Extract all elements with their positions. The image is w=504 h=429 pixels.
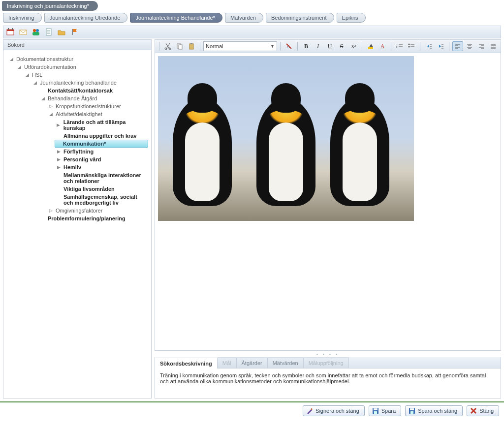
cut-icon[interactable]: [162, 41, 173, 51]
calendar-icon[interactable]: [6, 28, 14, 36]
tree-node-larande[interactable]: ▶Lärande och att tillämpa kunskap: [6, 118, 148, 132]
expand-icon[interactable]: ▶: [56, 149, 62, 154]
save-icon: [409, 407, 415, 414]
align-center-icon[interactable]: [464, 41, 475, 51]
save-icon: [372, 407, 379, 414]
tree-node-kontakt[interactable]: Kontaktsätt/kontaktorsak: [6, 87, 148, 94]
italic-button[interactable]: I: [313, 41, 323, 51]
collapse-icon[interactable]: ◢: [8, 56, 14, 62]
pen-icon: [306, 407, 313, 414]
svg-rect-56: [374, 408, 378, 410]
outdent-icon[interactable]: [423, 41, 434, 51]
save-and-close-button[interactable]: Spara och stäng: [405, 405, 463, 416]
crumb-inskrivning[interactable]: Inskrivning: [3, 13, 42, 23]
chevron-down-icon: ▼: [270, 44, 275, 49]
svg-rect-60: [410, 411, 413, 414]
collapse-icon[interactable]: ◢: [24, 72, 30, 78]
align-justify-icon[interactable]: [488, 41, 499, 51]
folder-icon[interactable]: [58, 28, 65, 36]
tree-node-omgivning[interactable]: ▷Omgivningsfaktorer: [6, 207, 148, 214]
crumb-matvarden[interactable]: Mätvärden: [225, 13, 263, 23]
align-right-icon[interactable]: [476, 41, 487, 51]
tree-node-journalbeh[interactable]: ◢Journalanteckning behandlande: [6, 79, 148, 87]
tree-node-root[interactable]: ◢Dokumentationsstruktur: [6, 55, 148, 63]
editor-content[interactable]: [155, 53, 501, 351]
font-color-icon[interactable]: A: [377, 41, 388, 51]
tree-node-forflyttning[interactable]: ▶Förflyttning: [6, 148, 148, 155]
tree-node-beh[interactable]: ◢Behandlande Åtgärd: [6, 94, 148, 102]
paragraph-style-select[interactable]: Normal▼: [203, 41, 277, 51]
tree-node-kropp[interactable]: ▷Kroppsfunktioner/strukturer: [6, 102, 148, 110]
crumb-journal-behandlande[interactable]: Journalanteckning Behandlande*: [130, 13, 222, 23]
svg-point-5: [33, 29, 36, 32]
separator: [449, 42, 449, 51]
collapse-icon[interactable]: ◢: [16, 64, 22, 70]
expand-icon[interactable]: ▶: [56, 164, 62, 170]
unordered-list-icon[interactable]: [406, 41, 417, 51]
svg-marker-30: [427, 45, 429, 48]
expand-icon[interactable]: ▷: [48, 208, 54, 214]
svg-point-27: [409, 46, 410, 48]
underline-button[interactable]: U: [324, 41, 335, 51]
copy-icon[interactable]: [174, 41, 185, 51]
tree-node-viktiga[interactable]: Viktiga livsområden: [6, 185, 148, 193]
tree-node-utfor[interactable]: ◢Utförardokumentation: [6, 63, 148, 71]
inserted-image[interactable]: [158, 56, 414, 221]
tree-node-aktivitet[interactable]: ◢Aktivitet/delaktighet: [6, 110, 148, 118]
separator: [297, 42, 298, 51]
module-tab[interactable]: Inskrivning och journalanteckning*: [2, 1, 98, 11]
crumb-bedomning[interactable]: Bedömningsinstrument: [266, 13, 334, 23]
ordered-list-icon[interactable]: 12: [394, 41, 405, 51]
expand-icon[interactable]: ▶: [56, 122, 62, 128]
separator: [420, 42, 420, 51]
crumb-epikris[interactable]: Epikris: [337, 13, 366, 23]
svg-rect-7: [32, 32, 39, 35]
paste-icon[interactable]: [186, 41, 197, 51]
highlight-icon[interactable]: [365, 41, 376, 51]
expand-icon[interactable]: ▶: [56, 156, 62, 162]
crumb-journal-utredande[interactable]: Journalanteckning Utredande: [44, 13, 128, 23]
svg-text:2: 2: [396, 46, 398, 48]
tab-sokordsbeskrivning[interactable]: Sökordsbeskrivning: [155, 358, 218, 368]
remove-format-icon[interactable]: A: [284, 41, 294, 51]
sign-and-close-button[interactable]: Signera och stäng: [303, 405, 365, 416]
tree-node-hemliv[interactable]: ▶Hemliv: [6, 163, 148, 171]
editor-panel: Normal▼ A B I U S X² A 12: [155, 39, 501, 398]
collapse-icon[interactable]: ◢: [32, 80, 38, 86]
tree-node-personlig[interactable]: ▶Personlig vård: [6, 155, 148, 163]
people-icon[interactable]: [32, 28, 40, 36]
save-button[interactable]: Spara: [369, 405, 401, 416]
svg-rect-16: [179, 45, 182, 49]
tree-node-allmanna[interactable]: Allmänna uppgifter och krav: [6, 132, 148, 140]
close-icon: [470, 407, 477, 414]
action-toolbar: [3, 26, 501, 38]
align-left-icon[interactable]: [452, 41, 463, 51]
tab-mal[interactable]: Mål: [218, 357, 237, 368]
splitter-handle[interactable]: • • • •: [155, 351, 501, 357]
tab-maluppfoljning[interactable]: Måluppföljning: [304, 357, 349, 368]
close-button[interactable]: Stäng: [467, 405, 499, 416]
mail-icon[interactable]: [19, 28, 27, 36]
tree-node-mellan[interactable]: Mellanmänskliga interaktioner och relati…: [6, 171, 148, 185]
expand-icon[interactable]: ▷: [48, 103, 54, 109]
separator: [362, 42, 362, 51]
flag-icon[interactable]: [70, 28, 78, 36]
svg-point-13: [165, 48, 167, 50]
strikethrough-button[interactable]: S: [336, 41, 347, 51]
footer-bar: Signera och stäng Spara Spara och stäng …: [0, 401, 504, 416]
tree-node-hsl[interactable]: ◢HSL: [6, 71, 148, 79]
svg-point-6: [36, 29, 39, 32]
tree-node-kommunikation[interactable]: Kommunikation*: [55, 140, 148, 148]
collapse-icon[interactable]: ◢: [40, 95, 46, 101]
svg-rect-18: [190, 43, 192, 44]
document-icon[interactable]: [45, 28, 53, 36]
tab-matvarden[interactable]: Mätvärden: [268, 357, 304, 368]
collapse-icon[interactable]: ◢: [48, 111, 54, 117]
tab-atgarder[interactable]: Åtgärder: [237, 357, 268, 368]
indent-icon[interactable]: [435, 41, 446, 51]
superscript-button[interactable]: X²: [348, 41, 359, 51]
detail-tabs: Sökordsbeskrivning Mål Åtgärder Mätvärde…: [155, 357, 501, 398]
tree-node-problem[interactable]: Problemformulering/planering: [6, 214, 148, 222]
bold-button[interactable]: B: [301, 41, 312, 51]
tree-node-samhall[interactable]: Samhällsgemenskap, socialt och medborger…: [6, 193, 148, 207]
